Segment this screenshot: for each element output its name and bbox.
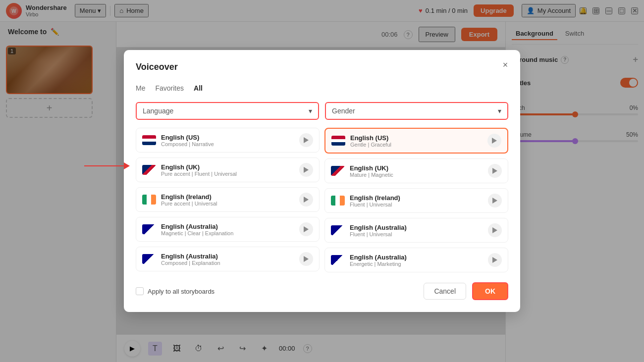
- flag-us-icon-2: [331, 136, 345, 146]
- voice-name: English (Australia): [350, 254, 483, 261]
- voice-item-en-us-1[interactable]: English (US) Composed | Narrative: [136, 128, 320, 153]
- svg-marker-9: [492, 198, 497, 204]
- voice-item-en-au-2[interactable]: English (Australia) Fluent | Universal: [324, 218, 508, 243]
- svg-marker-2: [304, 137, 309, 143]
- play-voice-button[interactable]: [488, 194, 502, 207]
- language-select[interactable]: Language ▾: [136, 102, 319, 120]
- voice-desc: Pure accent | Universal: [161, 201, 294, 207]
- chevron-down-icon: ▾: [309, 107, 312, 115]
- apply-all-checkbox[interactable]: [136, 287, 144, 295]
- voice-desc: Fluent | Universal: [350, 202, 483, 207]
- voice-desc: Energetic | Marketing: [350, 261, 483, 267]
- voice-item-en-ie-2[interactable]: English (Ireland) Fluent | Universal: [324, 188, 508, 213]
- voice-name: English (US): [161, 134, 294, 141]
- dialog-tabs: Me Favorites All: [136, 82, 508, 94]
- svg-marker-11: [492, 257, 497, 263]
- voice-name: English (Ireland): [350, 194, 483, 202]
- flag-us-icon: [142, 135, 156, 145]
- flag-uk-icon: [142, 165, 156, 175]
- voices-column-left: English (US) Composed | Narrative Englis…: [136, 128, 320, 272]
- voices-column-right: English (US) Gentle | Graceful English (…: [324, 128, 508, 272]
- dialog-overlay: Voiceover × Me Favorites All Language ▾ …: [0, 0, 644, 362]
- voice-item-en-us-2[interactable]: English (US) Gentle | Graceful: [324, 128, 508, 154]
- ok-button[interactable]: OK: [472, 282, 508, 300]
- flag-aus-icon-2: [142, 254, 156, 264]
- annotation-arrow: [84, 162, 130, 169]
- apply-all-checkbox-label[interactable]: Apply to all storyboards: [136, 287, 215, 295]
- voice-desc: Gentle | Graceful: [350, 142, 483, 148]
- chevron-down-icon-2: ▾: [498, 107, 501, 115]
- play-voice-button[interactable]: [299, 252, 313, 266]
- svg-marker-6: [304, 256, 309, 262]
- flag-ireland-icon: [142, 195, 156, 205]
- play-voice-button[interactable]: [487, 134, 501, 148]
- dialog-close-button[interactable]: ×: [498, 58, 512, 72]
- svg-marker-8: [492, 168, 497, 174]
- voice-desc: Composed | Explanation: [161, 260, 294, 266]
- voice-name: English (UK): [161, 163, 294, 171]
- voice-item-en-uk-1[interactable]: English (UK) Pure accent | Fluent | Univ…: [136, 157, 320, 182]
- tab-favorites[interactable]: Favorites: [155, 82, 184, 94]
- voices-grid: English (US) Composed | Narrative Englis…: [136, 128, 508, 272]
- voice-name: English (US): [350, 134, 483, 142]
- voice-desc: Composed | Narrative: [161, 141, 294, 147]
- svg-marker-5: [304, 226, 309, 232]
- svg-marker-3: [304, 167, 309, 173]
- voice-name: English (Australia): [161, 223, 294, 230]
- tab-all[interactable]: All: [194, 82, 203, 94]
- gender-select[interactable]: Gender ▾: [325, 102, 508, 120]
- cancel-button[interactable]: Cancel: [424, 283, 466, 300]
- voice-name: English (Australia): [350, 224, 483, 231]
- dialog-title: Voiceover: [136, 62, 508, 72]
- flag-aus-icon: [142, 224, 156, 234]
- svg-marker-7: [492, 138, 497, 144]
- svg-marker-10: [492, 227, 497, 233]
- voice-item-en-ie-1[interactable]: English (Ireland) Pure accent | Universa…: [136, 187, 320, 212]
- dialog-footer: Apply to all storyboards Cancel OK: [136, 282, 508, 300]
- flag-ireland-icon-2: [331, 196, 345, 206]
- play-voice-button[interactable]: [488, 164, 502, 178]
- voice-desc: Mature | Magnetic: [350, 172, 483, 178]
- voiceover-dialog: Voiceover × Me Favorites All Language ▾ …: [124, 50, 520, 312]
- voice-name: English (Ireland): [161, 193, 294, 201]
- flag-uk-icon-2: [331, 166, 345, 176]
- flag-aus-icon-4: [331, 255, 345, 265]
- voice-desc: Pure accent | Fluent | Universal: [161, 171, 294, 177]
- play-voice-button[interactable]: [299, 133, 313, 147]
- voice-desc: Magnetic | Clear | Explanation: [161, 230, 294, 236]
- voice-item-en-au-3[interactable]: English (Australia) Composed | Explanati…: [136, 247, 320, 271]
- play-voice-button[interactable]: [299, 193, 313, 207]
- voice-item-en-au-4[interactable]: English (Australia) Energetic | Marketin…: [324, 248, 508, 272]
- voice-desc: Fluent | Universal: [350, 231, 483, 237]
- voice-item-en-uk-2[interactable]: English (UK) Mature | Magnetic: [324, 158, 508, 183]
- voice-name: English (UK): [350, 164, 483, 172]
- play-voice-button[interactable]: [299, 163, 313, 177]
- play-voice-button[interactable]: [488, 223, 502, 237]
- voice-item-en-au-1[interactable]: English (Australia) Magnetic | Clear | E…: [136, 217, 320, 242]
- play-voice-button[interactable]: [488, 253, 502, 267]
- play-voice-button[interactable]: [299, 222, 313, 236]
- flag-aus-icon-3: [331, 225, 345, 235]
- tab-me[interactable]: Me: [136, 82, 145, 94]
- svg-marker-4: [304, 197, 309, 203]
- filter-row: Language ▾ Gender ▾: [136, 102, 508, 120]
- voice-name: English (Australia): [161, 253, 294, 260]
